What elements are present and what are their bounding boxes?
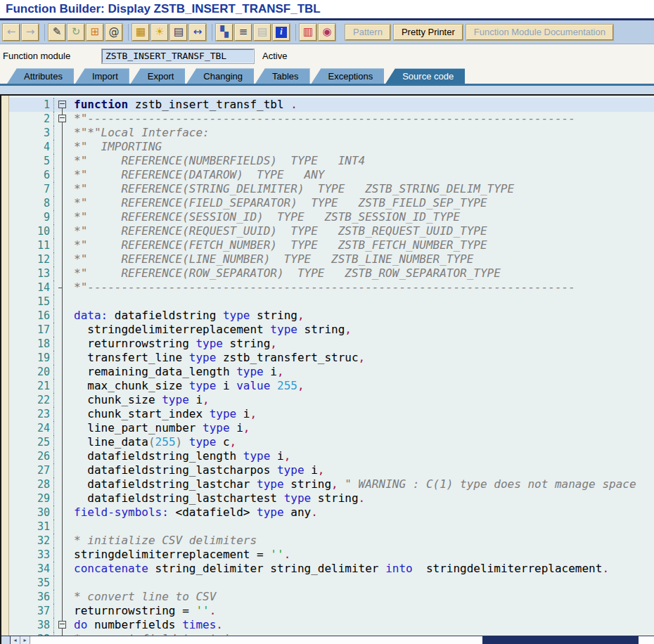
code-line[interactable]: 19 transfert_line type zstb_transfert_st… [9, 351, 654, 365]
line-number: 13 [9, 266, 54, 281]
code-line[interactable]: 29 datafieldstring_lastchartest type str… [9, 491, 654, 505]
test-icon-button[interactable]: ◉ [319, 24, 335, 41]
code-line[interactable]: 27 datafieldstring_lastcharpos type i, [9, 463, 654, 477]
code-line[interactable]: 32* initialize CSV delimiters [9, 534, 654, 548]
tab-attributes[interactable]: Attributes [7, 68, 74, 84]
line-number: 14 [9, 281, 54, 295]
print-icon: ▤ [174, 27, 184, 37]
code-line[interactable]: 21 max_chunk_size type i value 255, [9, 379, 654, 393]
stack-icon-button[interactable]: ≡ [235, 24, 252, 41]
code-line[interactable]: 16data: datafieldstring type string, [9, 309, 654, 323]
info-icon-button[interactable]: i [273, 24, 290, 41]
code-text: data: datafieldstring type string, [74, 309, 304, 323]
horizontal-scrollbar[interactable]: ◂ ▸ [1, 636, 654, 644]
code-line[interactable]: 13*" REFERENCE(ROW_SEPARATOR) TYPE ZSTB_… [9, 266, 654, 281]
activate-icon-button[interactable]: ☀ [151, 24, 168, 41]
line-number: 7 [9, 182, 54, 196]
fold-collapse-icon[interactable] [58, 115, 66, 122]
code-line[interactable]: 1function zstb_insert_transf_tbl . [9, 98, 654, 112]
display-change-icon-button[interactable]: ✎ [49, 24, 65, 41]
scrollbar-thumb[interactable] [482, 636, 639, 644]
code-text: chunk_start_index type i, [74, 407, 257, 421]
display-object-icon-button[interactable]: ▥ [300, 24, 316, 41]
code-line[interactable]: 24 line_part_number type i, [9, 421, 654, 435]
tab-exceptions[interactable]: Exceptions [312, 68, 385, 84]
code-line[interactable]: 11*" REFERENCE(FETCH_NUMBER) TYPE ZSTB_F… [9, 238, 654, 252]
fold-column [54, 505, 74, 520]
pretty-printer-button[interactable]: Pretty Printer [394, 25, 463, 40]
spiral-icon: @ [109, 27, 120, 37]
code-line[interactable]: 36* convert line to CSV [9, 590, 654, 604]
where-used-icon-button[interactable]: ▦ [132, 24, 149, 41]
code-line[interactable]: 5*" REFERENCE(NUMBERFIELDS) TYPE INT4 [9, 154, 654, 168]
code-line[interactable]: 31 [9, 520, 654, 534]
navigate-icon-button[interactable]: ↔ [189, 24, 206, 41]
code-line[interactable]: 10*" REFERENCE(REQUEST_UUID) TYPE ZSTB_R… [9, 224, 654, 238]
code-editor[interactable]: 1function zstb_insert_transf_tbl .2*"---… [0, 94, 654, 644]
code-line[interactable]: 12*" REFERENCE(LINE_NUMBER) TYPE ZSTB_LI… [9, 252, 654, 266]
tab-changing[interactable]: Changing [186, 68, 254, 84]
fold-collapse-icon[interactable] [58, 101, 66, 108]
refresh-icon-button[interactable]: ↻ [68, 24, 84, 41]
spiral-icon-button[interactable]: @ [105, 24, 122, 41]
fold-column [54, 520, 74, 534]
code-line[interactable]: 37returnrowstring = ''. [9, 604, 654, 618]
function-module-input[interactable]: ZSTB_INSERT_TRANSF_TBL [102, 49, 254, 63]
code-line[interactable]: 3*"*"Local Interface: [9, 126, 654, 140]
code-line[interactable]: 25 line_data(255) type c, [9, 435, 654, 449]
code-text: datafieldstring_lastcharpos type i, [74, 463, 324, 477]
hierarchy-icon-button[interactable]: ▚ [216, 24, 233, 41]
code-line[interactable]: 14*"------------------------------------… [9, 281, 654, 295]
code-line[interactable]: 33stringdelimiterreplacement = ''. [9, 548, 654, 562]
editor-left-margin [1, 96, 9, 644]
code-line[interactable]: 4*" IMPORTING [9, 140, 654, 154]
tab-import[interactable]: Import [75, 68, 129, 84]
scroll-right-icon[interactable]: ▸ [20, 636, 30, 644]
forward-icon-button[interactable]: → [22, 24, 39, 41]
line-number: 33 [9, 548, 54, 562]
code-line[interactable]: 9*" REFERENCE(SESSION_ID) TYPE ZSTB_SESS… [9, 210, 654, 224]
fold-column [54, 281, 74, 295]
fold-column [54, 393, 74, 407]
detail-view-icon: ▤ [257, 27, 267, 37]
code-line[interactable]: 34concatenate string_delimiter string_de… [9, 562, 654, 576]
fold-column [54, 618, 74, 632]
tab-tables[interactable]: Tables [255, 68, 310, 84]
code-line[interactable]: 22 chunk_size type i, [9, 393, 654, 407]
code-line[interactable]: 38do numberfields times. [9, 618, 654, 632]
fold-column [54, 534, 74, 548]
detail-view-icon-button[interactable]: ▤ [254, 24, 271, 41]
copy-icon-button[interactable]: ⊞ [86, 24, 103, 41]
code-line[interactable]: 20 remaining_data_length type i, [9, 365, 654, 379]
code-text: *"--------------------------------------… [74, 281, 575, 295]
tab-source-code[interactable]: Source code [385, 68, 465, 84]
code-text: *" IMPORTING [74, 140, 162, 154]
print-icon-button[interactable]: ▤ [170, 24, 187, 41]
status-text: Active [262, 51, 287, 61]
code-line[interactable]: 28 datafieldstring_lastchar type string,… [9, 477, 654, 491]
display-change-icon: ✎ [53, 27, 62, 37]
code-line[interactable]: 17 stringdelimiterreplacement type strin… [9, 323, 654, 337]
code-line[interactable]: 26 datafieldstring_length type i, [9, 449, 654, 463]
back-icon-button[interactable]: ← [3, 24, 20, 41]
code-text: field-symbols: <datafield> type any. [74, 505, 318, 520]
pattern-button[interactable]: Pattern [345, 25, 390, 40]
code-line[interactable]: 6*" REFERENCE(DATAROW) TYPE ANY [9, 168, 654, 182]
code-line[interactable]: 30field-symbols: <datafield> type any. [9, 505, 654, 520]
fold-collapse-icon[interactable] [58, 621, 66, 629]
code-line[interactable]: 2*"-------------------------------------… [9, 112, 654, 126]
code-line[interactable]: 35 [9, 576, 654, 590]
header-area: Function module ZSTB_INSERT_TRANSF_TBL A… [0, 44, 654, 84]
code-line[interactable]: 23 chunk_start_index type i, [9, 407, 654, 421]
scrollbar-track[interactable] [30, 636, 654, 644]
code-line[interactable]: 18 returnrowstring type string, [9, 337, 654, 351]
function-module-documentation-button[interactable]: Function Module Documentation [466, 25, 613, 40]
tab-gap [0, 86, 654, 94]
sap-function-builder-window: Function Builder: Display ZSTB_INSERT_TR… [0, 0, 654, 644]
code-line[interactable]: 8*" REFERENCE(FIELD_SEPARATOR) TYPE ZSTB… [9, 196, 654, 210]
code-line[interactable]: 7*" REFERENCE(STRING_DELIMITER) TYPE ZST… [9, 182, 654, 196]
code-line[interactable]: 15 [9, 295, 654, 309]
scroll-left-icon[interactable]: ◂ [11, 636, 20, 644]
tab-export[interactable]: Export [131, 68, 186, 84]
code-lines: 1function zstb_insert_transf_tbl .2*"---… [9, 98, 654, 644]
